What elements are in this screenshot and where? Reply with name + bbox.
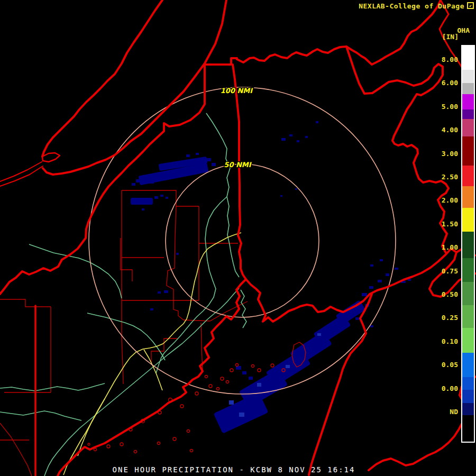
scale-label: 5.00 xyxy=(426,103,458,111)
scale-segment xyxy=(462,70,474,83)
scale-segment xyxy=(462,282,474,305)
scale-segment xyxy=(462,208,474,232)
range-rings xyxy=(89,87,396,394)
scale-segment xyxy=(462,390,474,403)
scale-segment xyxy=(462,46,474,70)
scale-segment xyxy=(462,186,474,208)
scale-label: 0.25 xyxy=(426,314,458,322)
scale-segment xyxy=(462,415,474,442)
highway-lines xyxy=(63,233,241,475)
scale-label: 6.00 xyxy=(426,79,458,87)
river-lines xyxy=(0,113,246,476)
product-caption: ONE HOUR PRECIPITATION - KCBW 8 NOV 25 1… xyxy=(0,465,468,474)
range-ring-50nmi xyxy=(166,164,319,317)
scale-label: 0.50 xyxy=(426,290,458,299)
header-title: NEXLAB-College of DuPage xyxy=(359,2,464,10)
scale-label: 8.00 xyxy=(426,56,458,64)
precip-echoes xyxy=(131,121,411,434)
scale-label: 4.00 xyxy=(426,126,458,134)
radar-map-canvas: 100 NMI 50 NMI xyxy=(0,0,476,476)
range-ring-100nmi xyxy=(89,87,396,394)
scale-label: 0.00 xyxy=(426,385,458,393)
scale-segment xyxy=(462,166,474,186)
precip-color-scale xyxy=(461,45,475,443)
inner-ring-label: 50 NMI xyxy=(224,161,252,169)
scale-segment xyxy=(462,232,474,258)
scale-label: ND xyxy=(426,408,458,416)
scale-label: 2.50 xyxy=(426,173,458,181)
scale-segment xyxy=(462,94,474,109)
radar-image: 100 NMI 50 NMI NEXLAB-College of DuPage … xyxy=(0,0,476,476)
scale-label: 1.00 xyxy=(426,243,458,252)
scale-label: 1.50 xyxy=(426,220,458,228)
county-borders xyxy=(0,190,306,476)
scale-label: 0.10 xyxy=(426,337,458,346)
scale-segment xyxy=(462,136,474,166)
scale-segment xyxy=(462,377,474,390)
product-code-label: OHA xyxy=(457,26,470,34)
scale-segment xyxy=(462,328,474,353)
scale-label: 2.00 xyxy=(426,196,458,205)
scale-segment xyxy=(462,305,474,328)
scale-label: 3.00 xyxy=(426,150,458,158)
scale-label: 0.75 xyxy=(426,267,458,276)
outer-ring-label: 100 NMI xyxy=(221,87,253,95)
external-link-icon: ↙ xyxy=(467,2,474,9)
scale-segment xyxy=(462,353,474,377)
scale-segment xyxy=(462,109,474,119)
scale-segment xyxy=(462,119,474,136)
scale-label: 0.05 xyxy=(426,361,458,369)
product-units-label: [IN] xyxy=(442,33,459,41)
scale-segment xyxy=(462,258,474,282)
scale-segment xyxy=(462,83,474,94)
scale-segment xyxy=(462,403,474,415)
